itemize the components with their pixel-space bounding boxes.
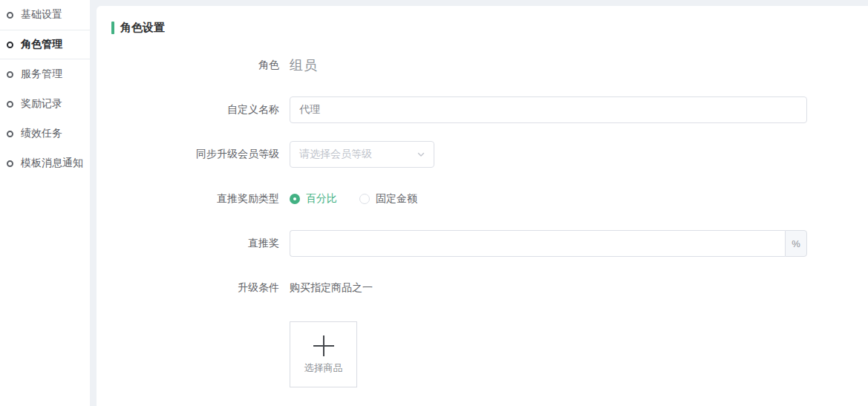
main-area: 角色设置 角色 组员 自定义名称 同步升级会员等级 请选择会员等级 — [90, 0, 868, 406]
radio-label: 百分比 — [306, 192, 337, 206]
radio-percentage[interactable]: 百分比 — [290, 192, 337, 206]
select-product-label: 选择商品 — [304, 361, 343, 375]
upgrade-condition-value: 购买指定商品之一 — [290, 281, 373, 295]
select-placeholder: 请选择会员等级 — [299, 148, 372, 161]
custom-name-label: 自定义名称 — [111, 103, 279, 117]
select-product-button[interactable]: 选择商品 — [290, 321, 357, 387]
circle-icon — [7, 42, 13, 48]
custom-name-input[interactable] — [290, 96, 807, 123]
sidebar-item-label: 绩效任务 — [21, 127, 62, 140]
percent-suffix: % — [785, 230, 807, 257]
sidebar: 基础设置 角色管理 服务管理 奖励记录 绩效任务 模板消息通知 — [0, 0, 90, 406]
sidebar-item-role-management[interactable]: 角色管理 — [0, 30, 90, 59]
title-accent-bar — [111, 22, 114, 34]
circle-icon — [7, 131, 13, 137]
radio-label: 固定金额 — [376, 192, 417, 206]
direct-reward-label: 直推奖 — [111, 237, 279, 250]
form-row-direct-reward: 直推奖 % — [111, 221, 853, 266]
role-value: 组员 — [290, 56, 318, 74]
form-row-role: 角色 组员 — [111, 43, 853, 88]
reward-type-radio-group: 百分比 固定金额 — [290, 192, 417, 206]
role-label: 角色 — [111, 59, 279, 72]
radio-unselected-icon — [359, 194, 370, 204]
reward-type-label: 直推奖励类型 — [111, 192, 279, 206]
app-layout: 基础设置 角色管理 服务管理 奖励记录 绩效任务 模板消息通知 角色设置 — [0, 0, 868, 406]
page-title: 角色设置 — [120, 21, 165, 35]
circle-icon — [7, 71, 13, 78]
sidebar-item-reward-records[interactable]: 奖励记录 — [0, 89, 90, 119]
role-settings-form: 角色 组员 自定义名称 同步升级会员等级 请选择会员等级 — [111, 43, 853, 387]
chevron-down-icon — [417, 150, 425, 159]
radio-selected-icon — [290, 194, 300, 204]
circle-icon — [7, 160, 13, 167]
plus-icon — [313, 335, 335, 357]
circle-icon — [7, 101, 13, 108]
direct-reward-input[interactable] — [290, 230, 785, 257]
form-row-product-picker: 选择商品 — [111, 321, 853, 387]
sidebar-item-label: 模板消息通知 — [21, 157, 83, 170]
role-settings-card: 角色设置 角色 组员 自定义名称 同步升级会员等级 请选择会员等级 — [97, 6, 868, 406]
sidebar-item-label: 奖励记录 — [21, 97, 62, 111]
sidebar-item-label: 基础设置 — [21, 8, 62, 22]
upgrade-condition-label: 升级条件 — [111, 281, 279, 295]
form-row-upgrade-condition: 升级条件 购买指定商品之一 — [111, 266, 853, 310]
sidebar-item-template-message-notification[interactable]: 模板消息通知 — [0, 148, 90, 178]
form-row-reward-type: 直推奖励类型 百分比 固定金额 — [111, 177, 853, 221]
member-level-select[interactable]: 请选择会员等级 — [290, 141, 434, 168]
radio-fixed-amount[interactable]: 固定金额 — [359, 192, 417, 206]
circle-icon — [7, 12, 13, 19]
sync-level-label: 同步升级会员等级 — [111, 148, 279, 161]
form-row-custom-name: 自定义名称 — [111, 88, 853, 132]
sidebar-item-label: 角色管理 — [21, 38, 62, 51]
sidebar-item-basic-settings[interactable]: 基础设置 — [0, 0, 90, 30]
direct-reward-input-group: % — [290, 230, 807, 257]
sidebar-item-label: 服务管理 — [21, 68, 62, 81]
section-title: 角色设置 — [111, 21, 853, 35]
sidebar-item-performance-tasks[interactable]: 绩效任务 — [0, 119, 90, 148]
form-row-sync-level: 同步升级会员等级 请选择会员等级 — [111, 132, 853, 177]
sidebar-item-service-management[interactable]: 服务管理 — [0, 59, 90, 89]
